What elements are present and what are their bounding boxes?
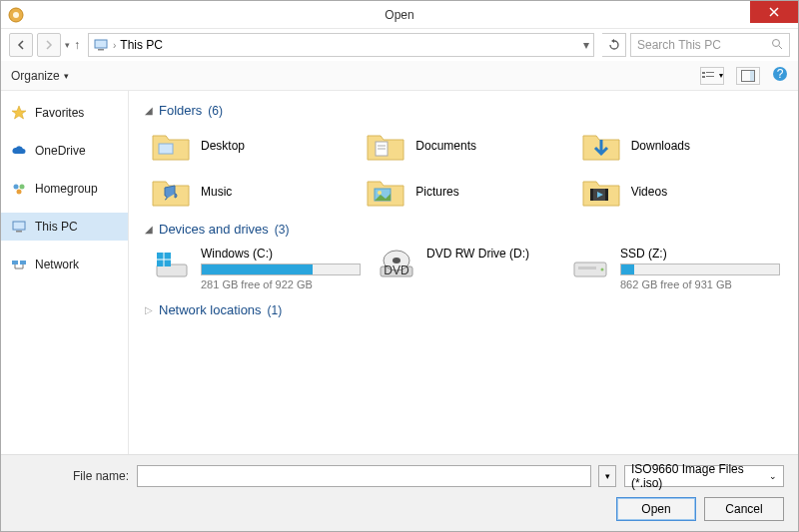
sidebar-item-network[interactable]: Network bbox=[1, 251, 128, 278]
group-count: (3) bbox=[275, 223, 290, 237]
star-icon bbox=[11, 105, 27, 121]
this-pc-icon bbox=[93, 37, 109, 53]
group-header-network[interactable]: ▷ Network locations (1) bbox=[145, 302, 782, 317]
svg-rect-11 bbox=[750, 71, 754, 81]
folder-label: Desktop bbox=[201, 139, 245, 153]
folder-documents[interactable]: Documents bbox=[364, 126, 566, 166]
sidebar-item-onedrive[interactable]: OneDrive bbox=[1, 137, 128, 165]
organize-menu[interactable]: Organize ▾ bbox=[11, 69, 69, 83]
folder-label: Videos bbox=[631, 185, 667, 199]
drive-label: DVD RW Drive (D:) bbox=[426, 247, 554, 261]
homegroup-icon bbox=[11, 181, 27, 197]
svg-point-16 bbox=[17, 190, 22, 195]
drive-free-text: 862 GB free of 931 GB bbox=[620, 278, 780, 290]
svg-rect-7 bbox=[706, 72, 714, 73]
toolbar: Organize ▾ ▾ ? bbox=[1, 61, 798, 91]
drive-label: Windows (C:) bbox=[201, 247, 361, 261]
search-placeholder: Search This PC bbox=[637, 38, 721, 52]
svg-point-4 bbox=[773, 39, 780, 46]
expand-icon: ◢ bbox=[145, 105, 153, 116]
search-input[interactable]: Search This PC bbox=[630, 33, 790, 57]
sidebar-item-this-pc[interactable]: This PC bbox=[1, 213, 128, 241]
drive-windows-c[interactable]: Windows (C:) 281 GB free of 922 GB bbox=[149, 245, 363, 292]
capacity-bar bbox=[201, 264, 361, 275]
group-header-folders[interactable]: ◢ Folders (6) bbox=[145, 103, 782, 118]
hard-drive-icon bbox=[570, 247, 610, 282]
window-title: Open bbox=[385, 8, 413, 22]
refresh-button[interactable] bbox=[602, 33, 626, 57]
folder-icon bbox=[151, 128, 191, 164]
view-options-button[interactable]: ▾ bbox=[700, 67, 724, 85]
svg-rect-2 bbox=[95, 40, 107, 48]
open-button[interactable]: Open bbox=[616, 497, 696, 521]
filename-input[interactable] bbox=[137, 465, 591, 487]
folder-downloads[interactable]: Downloads bbox=[579, 126, 782, 166]
folder-label: Music bbox=[201, 185, 232, 199]
drive-ssd-z[interactable]: SSD (Z:) 862 GB free of 931 GB bbox=[568, 245, 782, 292]
svg-point-29 bbox=[378, 191, 382, 195]
svg-point-15 bbox=[20, 185, 25, 190]
svg-rect-6 bbox=[702, 72, 705, 74]
svg-rect-44 bbox=[578, 266, 596, 269]
drive-dvd-d[interactable]: DVD DVD RW Drive (D:) bbox=[375, 245, 556, 292]
sidebar-item-label: Network bbox=[35, 258, 79, 271]
svg-rect-38 bbox=[165, 261, 172, 267]
back-button[interactable] bbox=[9, 33, 33, 57]
svg-point-45 bbox=[601, 268, 604, 271]
forward-button[interactable] bbox=[37, 33, 61, 57]
folder-icon bbox=[366, 128, 405, 164]
sidebar: Favorites OneDrive Homegroup This PC Net… bbox=[1, 91, 129, 454]
filename-history-dropdown[interactable]: ▾ bbox=[598, 465, 616, 487]
expand-icon: ◢ bbox=[145, 224, 153, 235]
svg-text:?: ? bbox=[777, 67, 784, 81]
sidebar-item-label: Favorites bbox=[35, 106, 84, 120]
filename-label: File name: bbox=[73, 469, 129, 483]
svg-rect-8 bbox=[702, 76, 705, 78]
sidebar-item-favorites[interactable]: Favorites bbox=[1, 99, 128, 127]
svg-rect-17 bbox=[13, 222, 25, 230]
folder-icon bbox=[581, 174, 621, 210]
filter-label: ISO9660 Image Files (*.iso) bbox=[631, 462, 769, 490]
svg-rect-32 bbox=[605, 189, 608, 201]
cancel-button[interactable]: Cancel bbox=[704, 497, 784, 521]
breadcrumb-sep: › bbox=[113, 40, 116, 51]
sidebar-item-homegroup[interactable]: Homegroup bbox=[1, 175, 128, 203]
button-label: Cancel bbox=[725, 502, 762, 516]
help-button[interactable]: ? bbox=[772, 66, 788, 85]
svg-point-1 bbox=[13, 12, 19, 18]
folder-desktop[interactable]: Desktop bbox=[149, 126, 352, 166]
svg-rect-36 bbox=[165, 253, 172, 260]
svg-rect-9 bbox=[706, 76, 714, 77]
drive-free-text: 281 GB free of 922 GB bbox=[201, 278, 361, 290]
address-dropdown-icon[interactable]: ▾ bbox=[583, 38, 589, 52]
up-button[interactable]: ↑ bbox=[74, 38, 80, 52]
sidebar-item-label: Homegroup bbox=[35, 182, 98, 196]
group-title: Devices and drives bbox=[159, 222, 269, 237]
svg-rect-19 bbox=[12, 261, 18, 265]
folder-label: Downloads bbox=[631, 139, 690, 153]
drive-label: SSD (Z:) bbox=[620, 247, 780, 261]
breadcrumb-location[interactable]: This PC bbox=[120, 38, 163, 52]
address-bar[interactable]: › This PC ▾ bbox=[88, 33, 594, 57]
network-icon bbox=[11, 257, 27, 272]
capacity-bar bbox=[620, 264, 780, 275]
computer-icon bbox=[11, 219, 27, 235]
app-icon bbox=[7, 6, 25, 24]
group-title: Folders bbox=[159, 103, 202, 118]
folder-videos[interactable]: Videos bbox=[579, 172, 782, 212]
svg-rect-3 bbox=[98, 49, 104, 51]
recent-dropdown[interactable]: ▾ bbox=[65, 40, 70, 50]
svg-point-14 bbox=[14, 185, 19, 190]
close-button[interactable] bbox=[750, 1, 798, 23]
file-type-filter[interactable]: ISO9660 Image Files (*.iso) ⌄ bbox=[624, 465, 784, 487]
group-header-drives[interactable]: ◢ Devices and drives (3) bbox=[145, 222, 782, 237]
preview-pane-button[interactable] bbox=[736, 67, 760, 85]
cloud-icon bbox=[11, 143, 27, 159]
folder-pictures[interactable]: Pictures bbox=[364, 172, 566, 212]
svg-rect-20 bbox=[20, 261, 26, 265]
svg-rect-37 bbox=[157, 261, 164, 267]
folder-music[interactable]: Music bbox=[149, 172, 352, 212]
group-count: (6) bbox=[208, 104, 223, 118]
hard-drive-icon bbox=[151, 247, 191, 282]
folder-label: Pictures bbox=[415, 185, 458, 199]
